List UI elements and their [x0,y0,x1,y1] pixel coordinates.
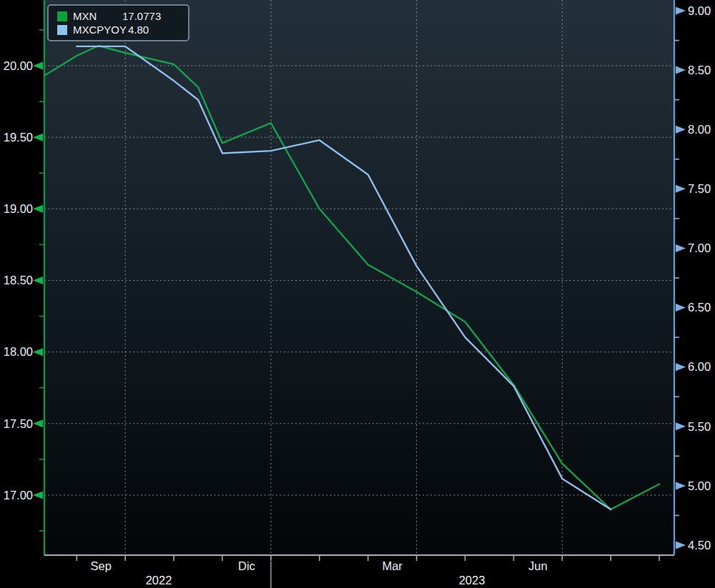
chart-root: 20.0019.5019.0018.5018.0017.5017.009.008… [0,0,715,588]
right-axis-tick-label: 8.00 [688,123,711,136]
left-axis-tick-label: 19.50 [4,131,33,144]
left-axis-tick-label: 18.50 [4,274,33,286]
right-axis-tick-arrow [676,185,686,193]
x-axis-month-label: Sep [91,559,112,572]
right-axis-tick-arrow [676,66,686,74]
right-axis-tick-label: 6.50 [688,301,711,314]
right-axis-tick-arrow [676,126,686,134]
right-axis: 9.008.508.007.507.006.506.005.505.004.50 [674,0,711,555]
right-axis-tick-arrow [676,304,686,312]
left-axis-tick-arrow [33,491,43,499]
mxcpyoy-series-value: 4.80 [128,24,149,36]
x-axis: SepDicMarJun20222023 [44,555,674,588]
x-axis-month-label: Mar [382,559,403,572]
left-axis-tick-label: 17.00 [4,489,33,502]
chart-canvas[interactable]: 20.0019.5019.0018.5018.0017.5017.009.008… [0,0,715,588]
left-axis-tick-arrow [33,348,43,356]
legend-row-mxcpyoy[interactable]: MXCPYOY 4.80 [57,23,184,36]
x-axis-year-label: 2022 [146,574,172,587]
left-axis-tick-arrow [33,62,43,70]
x-axis-month-label: Jun [528,559,548,572]
mxn-series-label: MXN [73,10,121,22]
left-axis-tick-label: 17.50 [4,417,33,430]
mxn-series-swatch [57,11,67,21]
left-axis-tick-label: 20.00 [4,59,33,72]
left-axis-tick-arrow [33,134,43,141]
left-axis-tick-arrow [33,276,43,284]
right-axis-tick-label: 5.50 [688,420,711,433]
legend-row-mxn[interactable]: MXN 17.0773 [57,9,184,23]
left-axis-tick-label: 18.00 [4,345,33,358]
right-axis-tick-arrow [676,244,686,252]
mxcpyoy-series-label: MXCPYOY [73,24,127,36]
right-axis-tick-arrow [676,482,686,489]
legend[interactable]: MXN 17.0773 MXCPYOY 4.80 [47,4,189,41]
right-axis-tick-label: 6.00 [688,360,711,373]
mxn-series-value: 17.0773 [122,10,161,22]
right-axis-tick-arrow [676,363,686,371]
left-axis-tick-arrow [33,205,43,213]
right-axis-tick-arrow [676,422,686,430]
left-axis: 20.0019.5019.0018.5018.0017.5017.00 [4,0,44,555]
mxcpyoy-series-swatch [57,25,67,35]
left-axis-tick-label: 19.00 [4,202,33,215]
right-axis-tick-label: 5.00 [688,479,711,492]
right-axis-tick-label: 8.50 [688,64,711,76]
right-axis-tick-label: 7.00 [688,241,711,254]
right-axis-tick-arrow [676,7,686,15]
x-axis-month-label: Dic [238,559,255,572]
right-axis-tick-label: 9.00 [688,4,711,17]
left-axis-tick-arrow [33,419,43,427]
plot-area[interactable] [44,0,674,555]
right-axis-tick-label: 4.50 [688,539,711,552]
x-axis-year-label: 2023 [459,574,485,587]
right-axis-tick-label: 7.50 [688,182,711,195]
right-axis-tick-arrow [676,541,686,549]
